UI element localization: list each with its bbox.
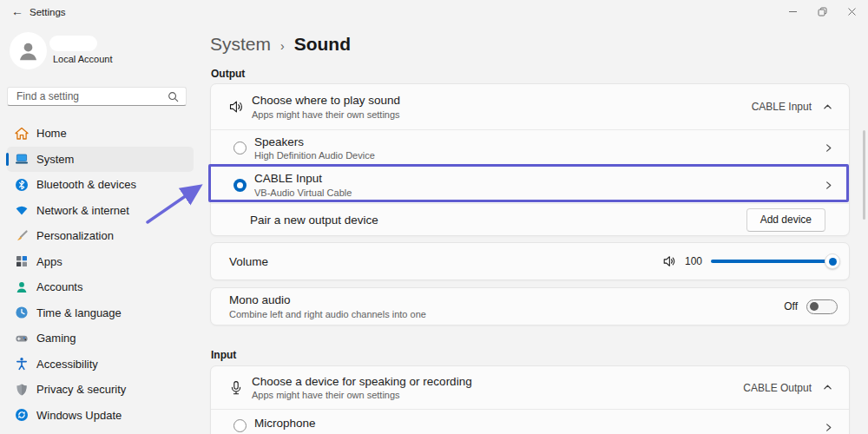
chevron-up-icon[interactable] xyxy=(823,383,832,392)
microphone-icon xyxy=(228,380,244,396)
sidebar-item-label: Apps xyxy=(36,255,62,268)
person-icon xyxy=(16,39,40,62)
volume-slider-track[interactable] xyxy=(711,260,828,263)
avatar xyxy=(10,32,47,69)
output-device-row-speakers[interactable]: Speakers High Definition Audio Device xyxy=(211,129,849,166)
add-device-button[interactable]: Add device xyxy=(746,208,825,232)
search-box[interactable] xyxy=(7,87,187,106)
sidebar-item-label: Privacy & security xyxy=(36,383,126,396)
sidebar-item-label: Gaming xyxy=(36,332,76,345)
radio-unselected[interactable] xyxy=(233,419,247,432)
output-device-expander[interactable]: Choose where to play sound Apps might ha… xyxy=(211,84,849,129)
mono-audio-toggle[interactable] xyxy=(806,299,838,314)
sidebar-item-personalization[interactable]: Personalization xyxy=(7,223,194,249)
breadcrumb-separator-icon: › xyxy=(280,36,285,53)
accounts-person-icon xyxy=(15,280,29,294)
search-icon xyxy=(168,91,179,102)
close-button[interactable] xyxy=(837,0,866,23)
output-expander-title: Choose where to play sound xyxy=(252,94,400,107)
account-name-redacted xyxy=(49,36,97,51)
sidebar-item-label: Home xyxy=(36,127,67,140)
radio-selected[interactable] xyxy=(233,179,247,192)
sidebar-item-label: Accounts xyxy=(36,280,82,293)
page-title: Sound xyxy=(294,34,351,55)
output-expander-subtitle: Apps might have their own settings xyxy=(252,109,400,120)
account-type-label: Local Account xyxy=(53,54,113,64)
sidebar-item-accounts[interactable]: Accounts xyxy=(7,274,194,300)
chevron-up-icon[interactable] xyxy=(823,102,832,112)
window-controls xyxy=(778,0,866,23)
output-selected-device-value: CABLE Input xyxy=(752,101,812,113)
speaker-icon xyxy=(228,99,244,115)
input-expander-title: Choose a device for speaking or recordin… xyxy=(252,375,472,388)
chevron-right-icon[interactable] xyxy=(824,423,833,432)
gaming-gamepad-icon xyxy=(15,332,29,345)
input-device-row-microphone[interactable]: Microphone High Definition Audio Device xyxy=(211,409,849,434)
sidebar-item-accessibility[interactable]: Accessibility xyxy=(7,352,194,378)
device-description: VB-Audio Virtual Cable xyxy=(254,187,352,198)
sidebar-item-system[interactable]: System xyxy=(7,147,194,173)
input-section-label: Input xyxy=(211,349,236,361)
sidebar-item-label: System xyxy=(36,153,74,166)
privacy-shield-icon xyxy=(15,383,29,397)
volume-slider-thumb[interactable] xyxy=(825,253,840,269)
volume-value: 100 xyxy=(685,255,702,267)
volume-speaker-icon[interactable] xyxy=(662,254,676,268)
output-device-row-cable-input[interactable]: CABLE Input VB-Audio Virtual Cable xyxy=(211,166,849,203)
radio-unselected[interactable] xyxy=(233,141,247,155)
scrollbar[interactable] xyxy=(863,130,865,220)
pair-device-label: Pair a new output device xyxy=(250,214,378,227)
sidebar-item-privacy-security[interactable]: Privacy & security xyxy=(7,377,194,403)
sidebar-item-label: Network & internet xyxy=(36,204,129,217)
input-device-expander[interactable]: Choose a device for speaking or recordin… xyxy=(211,366,849,409)
sidebar-nav: Home System Bluetooth & devices Network … xyxy=(0,121,200,428)
sidebar-item-home[interactable]: Home xyxy=(7,121,194,147)
windows-update-icon xyxy=(15,408,29,422)
sidebar-item-windows-update[interactable]: Windows Update xyxy=(7,403,194,429)
accessibility-person-icon xyxy=(15,357,29,371)
time-language-icon xyxy=(15,306,29,319)
input-selected-device-value: CABLE Output xyxy=(743,382,812,394)
sidebar-item-network-internet[interactable]: Network & internet xyxy=(7,198,194,224)
output-section-label: Output xyxy=(211,68,245,80)
sidebar-item-bluetooth-devices[interactable]: Bluetooth & devices xyxy=(7,172,194,198)
sidebar-item-label: Time & language xyxy=(36,306,122,319)
sidebar-item-time-language[interactable]: Time & language xyxy=(7,300,194,326)
window-title: Settings xyxy=(30,7,66,17)
minimize-button[interactable] xyxy=(778,0,807,23)
volume-label: Volume xyxy=(229,255,268,268)
apps-icon xyxy=(15,254,29,268)
back-button[interactable]: ← xyxy=(11,4,23,18)
mono-audio-card: Mono audio Combine left and right audio … xyxy=(210,287,850,326)
device-description: High Definition Audio Device xyxy=(254,150,375,161)
mono-audio-title: Mono audio xyxy=(229,293,426,306)
network-wifi-icon xyxy=(15,203,29,217)
personalization-brush-icon xyxy=(15,229,29,243)
sidebar-item-gaming[interactable]: Gaming xyxy=(7,326,194,352)
sidebar-item-label: Windows Update xyxy=(36,409,122,422)
mono-audio-subtitle: Combine left and right audio channels in… xyxy=(229,309,426,319)
pair-output-device-row: Pair a new output device Add device xyxy=(211,203,849,235)
device-name: Speakers xyxy=(254,135,375,148)
output-card: Choose where to play sound Apps might ha… xyxy=(210,83,850,236)
home-icon xyxy=(15,127,29,141)
chevron-right-icon[interactable] xyxy=(824,143,833,153)
input-card: Choose a device for speaking or recordin… xyxy=(210,365,850,434)
search-input[interactable] xyxy=(16,90,168,102)
input-expander-subtitle: Apps might have their own settings xyxy=(252,390,472,400)
sidebar-item-apps[interactable]: Apps xyxy=(7,249,194,275)
restore-button[interactable] xyxy=(807,0,837,23)
breadcrumb: System › Sound xyxy=(210,34,351,55)
mono-audio-state-label: Off xyxy=(784,300,798,312)
restore-icon xyxy=(818,7,827,16)
toggle-knob xyxy=(810,302,819,311)
bluetooth-icon xyxy=(15,178,29,192)
sidebar-item-label: Accessibility xyxy=(36,358,98,371)
device-name: Microphone xyxy=(254,417,375,430)
chevron-right-icon[interactable] xyxy=(824,181,833,190)
sidebar-item-label: Personalization xyxy=(36,229,114,242)
sidebar-item-label: Bluetooth & devices xyxy=(36,178,136,191)
device-name: CABLE Input xyxy=(254,172,352,185)
volume-slider[interactable] xyxy=(711,253,828,269)
breadcrumb-parent[interactable]: System xyxy=(210,34,271,55)
